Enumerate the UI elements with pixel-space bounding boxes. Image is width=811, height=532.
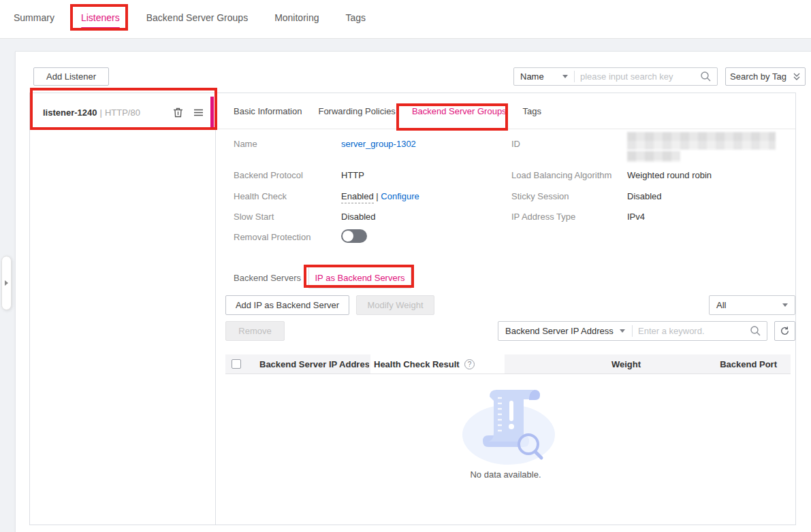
keyword-input[interactable] — [633, 322, 750, 340]
search-filter-value: Name — [520, 71, 544, 82]
add-ip-backend-server-button[interactable]: Add IP as Backend Server — [225, 295, 349, 315]
removal-protection-label: Removal Protection — [234, 232, 311, 242]
search-icon[interactable] — [750, 325, 767, 337]
slow-start-label: Slow Start — [234, 212, 274, 222]
detail-tab-tags[interactable]: Tags — [523, 106, 541, 116]
help-icon[interactable]: ? — [464, 359, 475, 369]
column-backend-server-ip: Backend Server IP Address — [259, 354, 369, 374]
listener-menu-icon[interactable] — [193, 107, 204, 118]
listeners-panel: Add Listener Name Search by Tag listener… — [15, 51, 811, 532]
column-health-check-result: Health Check Result — [374, 354, 460, 374]
health-check-label: Health Check — [234, 191, 287, 201]
toggle-knob — [343, 231, 353, 242]
remove-button[interactable]: Remove — [225, 321, 285, 341]
search-by-tag-button[interactable]: Search by Tag — [725, 67, 806, 86]
expand-arrow-icon — [5, 280, 8, 286]
detail-tabbar: Basic Information Forwarding Policies Ba… — [216, 93, 795, 129]
health-check-separator: | — [376, 191, 378, 201]
backend-protocol-value: HTTP — [341, 170, 364, 180]
name-label: Name — [234, 139, 257, 149]
elb-detail-tabbar: Summary Listeners Backend Server Groups … — [0, 0, 811, 39]
listener-detail-panel: Basic Information Forwarding Policies Ba… — [216, 93, 795, 525]
chevron-down-icon — [562, 75, 568, 78]
tab-monitoring[interactable]: Monitoring — [274, 0, 319, 38]
tab-underline — [146, 27, 248, 29]
search-icon[interactable] — [700, 71, 717, 82]
ip-address-type-label: IP Address Type — [511, 212, 575, 222]
sticky-session-value: Disabled — [627, 191, 662, 201]
listener-name: listener-1240 — [43, 107, 97, 118]
ip-address-type-value: IPv4 — [627, 212, 645, 222]
detail-tab-forwarding-policies[interactable]: Forwarding Policies — [318, 106, 395, 116]
id-value-redacted — [627, 151, 680, 162]
health-check-status: Enabled — [341, 191, 374, 203]
modify-weight-button[interactable]: Modify Weight — [356, 295, 434, 315]
id-label: ID — [511, 139, 520, 149]
subtab-backend-servers[interactable]: Backend Servers — [234, 267, 301, 288]
tab-listeners-label: Listeners — [81, 12, 120, 23]
tab-active-underline — [81, 27, 120, 29]
tab-tags[interactable]: Tags — [346, 0, 366, 38]
chevron-down-icon — [782, 303, 788, 307]
detail-tab-backend-server-groups[interactable]: Backend Server Groups — [412, 106, 507, 116]
tab-underline — [274, 27, 319, 29]
no-data-icon — [456, 382, 562, 467]
tab-underline — [14, 27, 54, 29]
backend-search-filter-value: Backend Server IP Address — [505, 326, 614, 336]
listener-item-actions — [172, 107, 204, 118]
lb-algorithm-value: Weighted round robin — [627, 170, 712, 180]
removal-protection-toggle[interactable] — [341, 229, 367, 243]
id-value-redacted — [627, 132, 776, 150]
listener-search-input[interactable] — [575, 68, 700, 85]
detail-tab-basic-information[interactable]: Basic Information — [234, 106, 302, 116]
listener-list: listener-1240 | HTTP/80 — [30, 93, 216, 525]
sticky-session-label: Sticky Session — [511, 191, 569, 201]
column-backend-port: Backend Port — [695, 354, 777, 374]
search-filter-select[interactable]: Name — [514, 68, 574, 85]
select-all-checkbox[interactable] — [232, 359, 241, 369]
tab-summary[interactable]: Summary — [14, 0, 54, 38]
backend-search-group: Backend Server IP Address — [498, 321, 767, 341]
subtab-ip-as-backend-servers[interactable]: IP as Backend Servers — [308, 267, 411, 288]
lb-algorithm-label: Load Balancing Algorithm — [511, 170, 611, 180]
listener-content-box: listener-1240 | HTTP/80 — [29, 93, 796, 525]
search-by-tag-label: Search by Tag — [730, 71, 786, 82]
tab-backend-server-groups-label: Backend Server Groups — [146, 12, 248, 23]
tab-summary-label: Summary — [14, 12, 54, 23]
scope-filter-value: All — [716, 300, 726, 310]
scope-filter-select[interactable]: All — [709, 295, 795, 315]
sidebar-expand-handle[interactable] — [1, 256, 12, 310]
listener-protocol: HTTP/80 — [105, 107, 140, 118]
listener-separator: | — [100, 107, 102, 118]
chevron-down-icon — [620, 329, 625, 333]
listener-list-item[interactable]: listener-1240 | HTTP/80 — [33, 95, 214, 129]
delete-listener-icon[interactable] — [172, 107, 184, 118]
listener-search-group: Name — [513, 67, 718, 86]
add-listener-button[interactable]: Add Listener — [33, 67, 109, 86]
backend-server-table-header: Backend Server IP Address Health Check R… — [225, 354, 791, 374]
tab-monitoring-label: Monitoring — [274, 12, 319, 23]
configure-health-check-link[interactable]: Configure — [381, 191, 419, 201]
no-data-message: No data available. — [216, 469, 795, 480]
tab-underline — [346, 27, 366, 29]
backend-protocol-label: Backend Protocol — [234, 170, 303, 180]
column-weight: Weight — [579, 354, 641, 374]
refresh-icon — [780, 326, 790, 336]
subtab-ip-as-backend-servers-label: IP as Backend Servers — [315, 273, 405, 283]
backend-search-filter-select[interactable]: Backend Server IP Address — [498, 322, 632, 340]
tab-listeners[interactable]: Listeners — [81, 0, 120, 38]
slow-start-value: Disabled — [341, 212, 376, 222]
tab-tags-label: Tags — [346, 12, 366, 23]
double-chevron-down-icon — [793, 72, 801, 81]
tab-backend-server-groups[interactable]: Backend Server Groups — [146, 0, 248, 38]
refresh-button[interactable] — [774, 321, 795, 341]
server-group-link[interactable]: server_group-1302 — [341, 139, 416, 149]
selected-indicator — [210, 97, 214, 128]
empty-state-illustration — [456, 382, 562, 467]
